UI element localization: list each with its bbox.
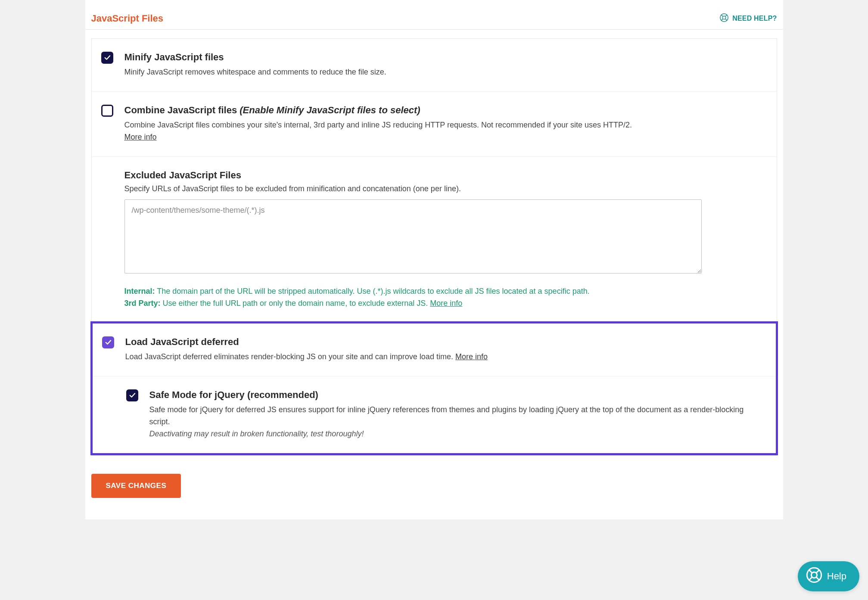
- life-ring-icon: [719, 13, 729, 24]
- defer-js-row: Load JavaScript deferred Load JavaScript…: [93, 323, 776, 376]
- defer-highlight-box: Load JavaScript deferred Load JavaScript…: [90, 321, 778, 455]
- svg-point-1: [722, 16, 725, 19]
- svg-line-9: [816, 570, 820, 573]
- safe-mode-title: Safe Mode for jQuery (recommended): [149, 389, 766, 401]
- excluded-js-desc: Specify URLs of JavaScript files to be e…: [124, 184, 767, 193]
- js-files-panel: Minify JavaScript files Minify JavaScrip…: [91, 38, 777, 456]
- combine-js-title: Combine JavaScript files (Enable Minify …: [124, 105, 767, 116]
- help-bubble-label: Help: [827, 571, 846, 582]
- svg-line-10: [809, 577, 812, 581]
- section-title: JavaScript Files: [91, 13, 164, 24]
- need-help-label: NEED HELP?: [732, 15, 777, 22]
- svg-line-3: [725, 15, 727, 16]
- defer-more-info-link[interactable]: More info: [455, 352, 488, 361]
- svg-line-8: [809, 570, 812, 573]
- minify-js-row: Minify JavaScript files Minify JavaScrip…: [92, 39, 777, 92]
- excluded-js-title: Excluded JavaScript Files: [124, 170, 767, 181]
- svg-line-4: [721, 19, 723, 21]
- safe-mode-checkbox[interactable]: [126, 389, 138, 401]
- combine-js-desc: Combine JavaScript files combines your s…: [124, 119, 767, 143]
- excluded-js-notes: Internal: The domain part of the URL wil…: [124, 286, 767, 310]
- safe-mode-row: Safe Mode for jQuery (recommended) Safe …: [93, 376, 776, 453]
- defer-js-title: Load JavaScript deferred: [125, 336, 766, 348]
- svg-line-2: [721, 15, 723, 16]
- excluded-js-block: Excluded JavaScript Files Specify URLs o…: [92, 157, 777, 323]
- minify-js-desc: Minify JavaScript removes whitespace and…: [124, 66, 767, 78]
- safe-mode-desc: Safe mode for jQuery for deferred JS ens…: [149, 404, 766, 440]
- excluded-more-info-link[interactable]: More info: [430, 299, 462, 308]
- minify-js-checkbox[interactable]: [101, 52, 113, 64]
- svg-line-11: [816, 577, 820, 581]
- help-bubble-button[interactable]: Help: [798, 561, 859, 591]
- svg-point-7: [811, 572, 817, 578]
- excluded-js-textarea[interactable]: [124, 199, 702, 274]
- minify-js-title: Minify JavaScript files: [124, 52, 767, 63]
- combine-more-info-link[interactable]: More info: [124, 133, 157, 141]
- combine-js-checkbox[interactable]: [101, 105, 113, 117]
- defer-js-checkbox[interactable]: [102, 336, 114, 348]
- svg-line-5: [725, 19, 727, 21]
- combine-js-row: Combine JavaScript files (Enable Minify …: [92, 92, 777, 157]
- save-changes-button[interactable]: SAVE CHANGES: [91, 474, 181, 498]
- life-ring-icon: [806, 566, 823, 586]
- need-help-link[interactable]: NEED HELP?: [719, 13, 777, 24]
- defer-js-desc: Load JavaScript deferred eliminates rend…: [125, 351, 766, 363]
